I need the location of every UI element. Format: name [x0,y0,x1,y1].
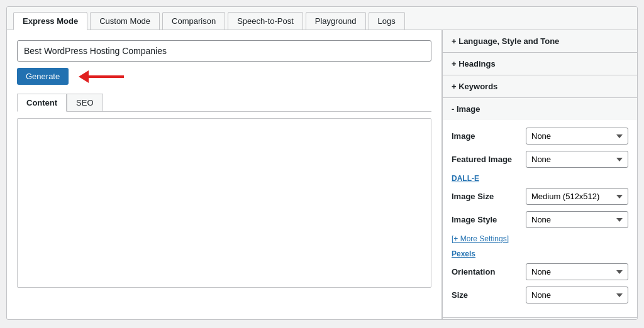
accordion-keywords-header[interactable]: + Keywords [443,75,637,97]
featured-image-field-row: Featured Image None [452,151,628,168]
accordion-keywords: + Keywords [443,75,637,98]
orientation-select[interactable]: None [526,263,628,280]
accordion-language-header[interactable]: + Language, Style and Tone [443,30,637,52]
tab-logs[interactable]: Logs [369,12,405,30]
tab-playground[interactable]: Playground [306,12,366,30]
image-style-label: Image Style [452,215,521,224]
accordion-headings-label: + Headings [452,59,496,68]
size-label: Size [452,290,521,300]
arrow-line [86,75,124,78]
image-size-field-row: Image Size Medium (512x512) [452,188,628,205]
accordion-image-body: Image None Featured Image None DALL-E [443,120,637,317]
accordion-headings-header[interactable]: + Headings [443,53,637,75]
image-field-label: Image [452,131,521,141]
more-settings-link[interactable]: [+ More Settings] [452,234,628,243]
main-container: Express Mode Custom Mode Comparison Spee… [6,6,638,320]
tab-express-mode[interactable]: Express Mode [13,12,87,30]
main-layout: Generate Content SEO + Language, Style a… [7,30,637,319]
dalle-label[interactable]: DALL-E [452,174,628,183]
image-size-select[interactable]: Medium (512x512) [526,188,628,205]
size-field-row: Size None [452,287,628,303]
image-size-label: Image Size [452,192,521,201]
tab-comparison[interactable]: Comparison [162,12,225,30]
sub-tabs: Content SEO [17,94,431,112]
accordion-language: + Language, Style and Tone [443,30,637,53]
accordion-headings: + Headings [443,53,637,75]
orientation-field-row: Orientation None [452,263,628,280]
featured-image-label: Featured Image [452,155,521,164]
accordion-language-label: + Language, Style and Tone [452,36,559,46]
topic-input[interactable] [17,40,431,62]
featured-image-select[interactable]: None [526,151,628,168]
generate-button[interactable]: Generate [17,68,69,85]
accordion-image-label: - Image [452,104,480,114]
tab-speech-to-post[interactable]: Speech-to-Post [228,12,303,30]
accordion-keywords-label: + Keywords [452,82,497,91]
sub-tab-content[interactable]: Content [17,94,67,112]
right-panel: + Language, Style and Tone + Headings + … [442,30,637,319]
orientation-label: Orientation [452,267,521,276]
accordion-image: - Image Image None Featured Image No [443,98,637,318]
arrow-indicator [79,70,124,83]
content-editor[interactable] [17,118,431,288]
left-panel: Generate Content SEO [7,30,442,319]
tabs-bar: Express Mode Custom Mode Comparison Spee… [7,7,637,30]
image-field-row: Image None [452,128,628,145]
pexels-label[interactable]: Pexels [452,249,628,258]
generate-row: Generate [17,68,431,85]
size-select[interactable]: None [526,287,628,303]
image-select[interactable]: None [526,128,628,145]
image-style-select[interactable]: None [526,211,628,228]
image-style-field-row: Image Style None [452,211,628,228]
accordion-image-header[interactable]: - Image [443,98,637,120]
sub-tab-seo[interactable]: SEO [67,94,103,111]
tab-custom-mode[interactable]: Custom Mode [90,12,160,30]
